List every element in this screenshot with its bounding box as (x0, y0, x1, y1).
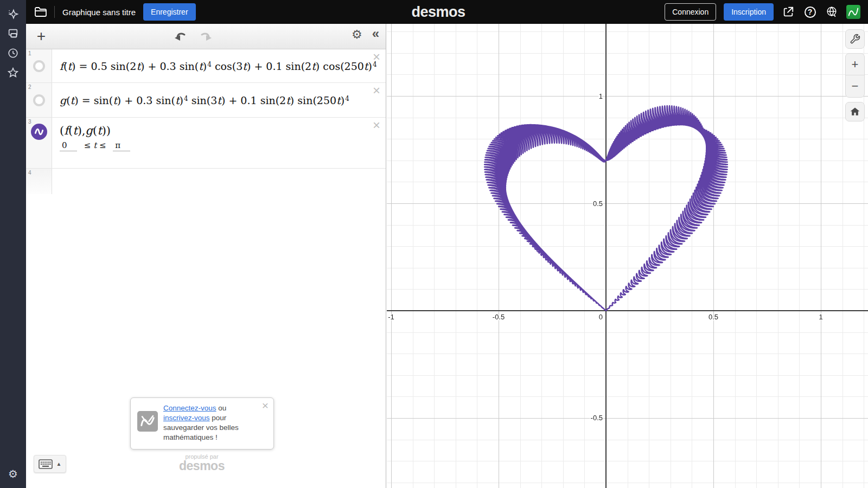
keyboard-icon (39, 459, 53, 469)
login-link[interactable]: Connectez-vous (163, 404, 216, 412)
expression-4-gutter: 4 (26, 169, 52, 194)
signin-prompt-box: Connectez-vous ou inscrivez-vous pour sa… (130, 397, 274, 450)
desmos-graphing-app-icon[interactable] (846, 5, 860, 19)
expression-1-toggle-icon[interactable] (33, 60, 45, 72)
domain-max-input[interactable]: π (113, 140, 130, 151)
expression-3-close-icon[interactable]: × (373, 119, 380, 132)
expression-3-gutter[interactable]: 3 (26, 118, 52, 168)
settings-gear-icon[interactable]: ⚙ (3, 464, 23, 484)
expression-1-formula[interactable]: f(t) = 0.5 sin(2t) + 0.3 sin(t)4 cos(3t)… (60, 60, 377, 72)
desmos-gray-logo (137, 411, 158, 432)
share-icon[interactable] (781, 5, 795, 19)
open-folder-icon[interactable] (33, 4, 49, 20)
star-icon[interactable] (3, 63, 23, 82)
expression-1-index: 1 (28, 50, 31, 56)
graph-area: + − (387, 24, 868, 488)
domain-min-input[interactable]: 0 (60, 140, 77, 151)
wrench-settings-button[interactable] (845, 29, 865, 49)
expression-2-gutter[interactable]: 2 (26, 83, 52, 117)
keyboard-toggle-button[interactable]: ▲ (34, 455, 66, 473)
signin-close-icon[interactable]: × (262, 400, 269, 411)
zoom-out-button[interactable]: − (846, 75, 864, 97)
expression-3-formula[interactable]: (f(t),g(t)) (60, 124, 111, 137)
examples-icon[interactable] (3, 24, 23, 43)
signin-message: Connectez-vous ou inscrivez-vous pour sa… (163, 403, 267, 444)
sparkle-icon[interactable] (3, 4, 23, 24)
save-button[interactable]: Enregistrer (143, 3, 195, 21)
desmos-logo[interactable]: desmos (411, 4, 465, 21)
login-button[interactable]: Connexion (665, 3, 716, 21)
expression-4-index: 4 (28, 170, 31, 176)
signup-link[interactable]: inscrivez-vous (163, 414, 210, 422)
expression-toolbar: + ⚙ « (26, 24, 386, 49)
expression-row-3: 3 (f(t),g(t)) 0 ≤ t ≤ π × (26, 118, 386, 169)
signup-button[interactable]: Inscription (724, 3, 774, 21)
history-clock-icon[interactable] (3, 43, 23, 63)
undo-icon[interactable] (173, 28, 189, 44)
zoom-in-button[interactable]: + (846, 54, 864, 75)
powered-by: propulsé par desmos (179, 453, 225, 473)
expression-3-parametric-icon[interactable] (31, 124, 47, 140)
domain-relation: ≤ t ≤ (84, 140, 106, 150)
language-globe-icon[interactable] (825, 5, 839, 19)
graph-title[interactable]: Graphique sans titre (60, 8, 138, 17)
expression-2-toggle-icon[interactable] (33, 94, 45, 106)
expression-row-4[interactable]: 4 (26, 169, 386, 194)
expression-1-gutter[interactable]: 1 (26, 49, 52, 82)
expression-row-1: 1 f(t) = 0.5 sin(2t) + 0.3 sin(t)4 cos(3… (26, 49, 386, 83)
graph-controls: + − (845, 29, 865, 121)
add-expression-button[interactable]: + (31, 27, 51, 46)
left-rail: ⚙ (0, 0, 26, 488)
expression-row-2: 2 g(t) = sin(t) + 0.3 sin(t)4 sin(3t) + … (26, 83, 386, 118)
expression-3-domain: 0 ≤ t ≤ π (60, 140, 386, 151)
expression-3-index: 3 (28, 119, 31, 125)
home-button[interactable] (845, 102, 865, 121)
expression-2-close-icon[interactable]: × (373, 84, 380, 97)
expression-2-index: 2 (28, 84, 31, 90)
redo-icon[interactable] (197, 28, 214, 44)
expression-panel: + ⚙ « 1 (26, 24, 386, 488)
graph-settings-gear-icon[interactable]: ⚙ (352, 29, 362, 41)
help-icon[interactable]: ? (803, 5, 817, 19)
keyboard-expand-arrow-icon: ▲ (56, 461, 62, 467)
expression-1-close-icon[interactable]: × (373, 50, 380, 63)
graph-canvas[interactable] (387, 24, 868, 488)
collapse-panel-icon[interactable]: « (372, 27, 379, 42)
header-divider (54, 6, 55, 18)
expression-2-formula[interactable]: g(t) = sin(t) + 0.3 sin(t)4 sin(3t) + 0.… (60, 94, 349, 106)
top-header: Graphique sans titre Enregistrer desmos … (26, 0, 868, 24)
